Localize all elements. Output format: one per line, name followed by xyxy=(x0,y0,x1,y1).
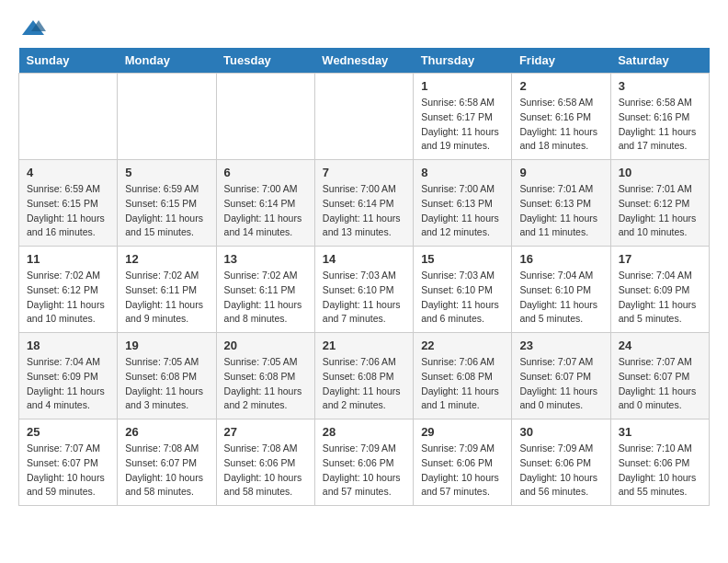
calendar-cell: 23Sunrise: 7:07 AM Sunset: 6:07 PM Dayli… xyxy=(512,333,610,419)
col-header-sunday: Sunday xyxy=(19,48,118,74)
day-info: Sunrise: 7:05 AM Sunset: 6:08 PM Dayligh… xyxy=(224,355,307,413)
day-info: Sunrise: 7:09 AM Sunset: 6:06 PM Dayligh… xyxy=(519,442,602,500)
day-info: Sunrise: 7:02 AM Sunset: 6:11 PM Dayligh… xyxy=(125,269,208,327)
calendar-cell: 26Sunrise: 7:08 AM Sunset: 6:07 PM Dayli… xyxy=(118,419,216,506)
day-number: 10 xyxy=(619,166,701,179)
calendar-cell: 14Sunrise: 7:03 AM Sunset: 6:10 PM Dayli… xyxy=(314,247,413,333)
calendar-cell: 11Sunrise: 7:02 AM Sunset: 6:12 PM Dayli… xyxy=(19,247,118,333)
calendar-cell: 29Sunrise: 7:09 AM Sunset: 6:06 PM Dayli… xyxy=(414,419,512,506)
day-info: Sunrise: 7:09 AM Sunset: 6:06 PM Dayligh… xyxy=(421,442,504,500)
day-number: 15 xyxy=(421,252,504,266)
col-header-saturday: Saturday xyxy=(610,48,709,74)
day-info: Sunrise: 7:00 AM Sunset: 6:14 PM Dayligh… xyxy=(224,182,307,240)
calendar-cell: 17Sunrise: 7:04 AM Sunset: 6:09 PM Dayli… xyxy=(610,247,709,333)
day-number: 12 xyxy=(125,252,208,266)
day-info: Sunrise: 7:01 AM Sunset: 6:12 PM Dayligh… xyxy=(619,182,701,240)
day-info: Sunrise: 7:04 AM Sunset: 6:10 PM Dayligh… xyxy=(519,269,602,327)
calendar-table: SundayMondayTuesdayWednesdayThursdayFrid… xyxy=(18,48,710,506)
day-number: 2 xyxy=(519,79,602,93)
day-info: Sunrise: 7:02 AM Sunset: 6:12 PM Dayligh… xyxy=(27,269,109,327)
day-info: Sunrise: 7:05 AM Sunset: 6:08 PM Dayligh… xyxy=(125,355,208,413)
calendar-cell: 10Sunrise: 7:01 AM Sunset: 6:12 PM Dayli… xyxy=(610,160,709,247)
day-info: Sunrise: 7:03 AM Sunset: 6:10 PM Dayligh… xyxy=(323,269,405,327)
day-number: 30 xyxy=(519,425,602,439)
col-header-monday: Monday xyxy=(118,48,216,74)
day-number: 23 xyxy=(519,339,602,352)
calendar-cell: 27Sunrise: 7:08 AM Sunset: 6:06 PM Dayli… xyxy=(216,419,314,506)
col-header-wednesday: Wednesday xyxy=(314,48,413,74)
calendar-cell xyxy=(118,74,216,160)
calendar-cell: 8Sunrise: 7:00 AM Sunset: 6:13 PM Daylig… xyxy=(414,160,512,247)
day-info: Sunrise: 7:08 AM Sunset: 6:06 PM Dayligh… xyxy=(224,442,307,500)
logo-icon xyxy=(20,18,46,39)
day-info: Sunrise: 7:03 AM Sunset: 6:10 PM Dayligh… xyxy=(421,269,504,327)
calendar-cell: 13Sunrise: 7:02 AM Sunset: 6:11 PM Dayli… xyxy=(216,247,314,333)
col-header-tuesday: Tuesday xyxy=(216,48,314,74)
calendar-cell: 4Sunrise: 6:59 AM Sunset: 6:15 PM Daylig… xyxy=(19,160,118,247)
calendar-week-3: 11Sunrise: 7:02 AM Sunset: 6:12 PM Dayli… xyxy=(19,247,710,333)
calendar-cell: 21Sunrise: 7:06 AM Sunset: 6:08 PM Dayli… xyxy=(314,333,413,419)
calendar-week-1: 1Sunrise: 6:58 AM Sunset: 6:17 PM Daylig… xyxy=(19,74,710,160)
day-info: Sunrise: 7:04 AM Sunset: 6:09 PM Dayligh… xyxy=(27,355,109,413)
day-info: Sunrise: 6:58 AM Sunset: 6:16 PM Dayligh… xyxy=(519,96,602,154)
calendar-cell: 9Sunrise: 7:01 AM Sunset: 6:13 PM Daylig… xyxy=(512,160,610,247)
day-info: Sunrise: 7:02 AM Sunset: 6:11 PM Dayligh… xyxy=(224,269,307,327)
day-info: Sunrise: 7:00 AM Sunset: 6:14 PM Dayligh… xyxy=(323,182,405,240)
day-info: Sunrise: 7:08 AM Sunset: 6:07 PM Dayligh… xyxy=(125,442,208,500)
day-number: 25 xyxy=(27,425,109,439)
day-number: 24 xyxy=(619,339,701,352)
calendar-cell: 1Sunrise: 6:58 AM Sunset: 6:17 PM Daylig… xyxy=(414,74,512,160)
calendar-cell: 25Sunrise: 7:07 AM Sunset: 6:07 PM Dayli… xyxy=(19,419,118,506)
calendar-cell: 2Sunrise: 6:58 AM Sunset: 6:16 PM Daylig… xyxy=(512,74,610,160)
day-info: Sunrise: 7:01 AM Sunset: 6:13 PM Dayligh… xyxy=(519,182,602,240)
col-header-friday: Friday xyxy=(512,48,610,74)
calendar-cell: 19Sunrise: 7:05 AM Sunset: 6:08 PM Dayli… xyxy=(118,333,216,419)
day-info: Sunrise: 7:06 AM Sunset: 6:08 PM Dayligh… xyxy=(421,355,504,413)
day-number: 26 xyxy=(125,425,208,439)
calendar-cell: 5Sunrise: 6:59 AM Sunset: 6:15 PM Daylig… xyxy=(118,160,216,247)
day-number: 29 xyxy=(421,425,504,439)
day-number: 11 xyxy=(27,252,109,266)
day-info: Sunrise: 7:07 AM Sunset: 6:07 PM Dayligh… xyxy=(27,442,109,500)
logo xyxy=(18,18,46,33)
day-info: Sunrise: 7:09 AM Sunset: 6:06 PM Dayligh… xyxy=(323,442,405,500)
day-number: 17 xyxy=(619,252,701,266)
day-number: 16 xyxy=(519,252,602,266)
calendar-cell: 28Sunrise: 7:09 AM Sunset: 6:06 PM Dayli… xyxy=(314,419,413,506)
day-number: 20 xyxy=(224,339,307,352)
day-info: Sunrise: 6:58 AM Sunset: 6:16 PM Dayligh… xyxy=(619,96,701,154)
day-number: 3 xyxy=(619,79,701,93)
calendar-cell: 12Sunrise: 7:02 AM Sunset: 6:11 PM Dayli… xyxy=(118,247,216,333)
calendar-week-5: 25Sunrise: 7:07 AM Sunset: 6:07 PM Dayli… xyxy=(19,419,710,506)
day-info: Sunrise: 6:59 AM Sunset: 6:15 PM Dayligh… xyxy=(125,182,208,240)
day-number: 6 xyxy=(224,166,307,179)
day-info: Sunrise: 7:06 AM Sunset: 6:08 PM Dayligh… xyxy=(323,355,405,413)
day-number: 9 xyxy=(519,166,602,179)
calendar-cell: 24Sunrise: 7:07 AM Sunset: 6:07 PM Dayli… xyxy=(610,333,709,419)
day-number: 5 xyxy=(125,166,208,179)
day-number: 18 xyxy=(27,339,109,352)
calendar-week-4: 18Sunrise: 7:04 AM Sunset: 6:09 PM Dayli… xyxy=(19,333,710,419)
calendar-cell: 3Sunrise: 6:58 AM Sunset: 6:16 PM Daylig… xyxy=(610,74,709,160)
col-header-thursday: Thursday xyxy=(414,48,512,74)
calendar-cell: 20Sunrise: 7:05 AM Sunset: 6:08 PM Dayli… xyxy=(216,333,314,419)
calendar-cell: 18Sunrise: 7:04 AM Sunset: 6:09 PM Dayli… xyxy=(19,333,118,419)
day-info: Sunrise: 6:59 AM Sunset: 6:15 PM Dayligh… xyxy=(27,182,109,240)
calendar-cell: 22Sunrise: 7:06 AM Sunset: 6:08 PM Dayli… xyxy=(414,333,512,419)
day-number: 21 xyxy=(323,339,405,352)
calendar-cell: 15Sunrise: 7:03 AM Sunset: 6:10 PM Dayli… xyxy=(414,247,512,333)
day-info: Sunrise: 7:07 AM Sunset: 6:07 PM Dayligh… xyxy=(519,355,602,413)
calendar-cell xyxy=(314,74,413,160)
day-number: 19 xyxy=(125,339,208,352)
calendar-cell: 6Sunrise: 7:00 AM Sunset: 6:14 PM Daylig… xyxy=(216,160,314,247)
day-number: 27 xyxy=(224,425,307,439)
page-header xyxy=(18,18,710,33)
day-number: 1 xyxy=(421,79,504,93)
day-number: 7 xyxy=(323,166,405,179)
day-number: 13 xyxy=(224,252,307,266)
calendar-cell xyxy=(19,74,118,160)
calendar-cell: 7Sunrise: 7:00 AM Sunset: 6:14 PM Daylig… xyxy=(314,160,413,247)
calendar-cell: 31Sunrise: 7:10 AM Sunset: 6:06 PM Dayli… xyxy=(610,419,709,506)
calendar-cell: 16Sunrise: 7:04 AM Sunset: 6:10 PM Dayli… xyxy=(512,247,610,333)
day-number: 28 xyxy=(323,425,405,439)
